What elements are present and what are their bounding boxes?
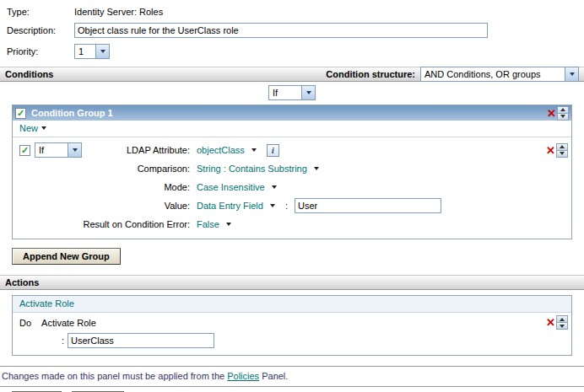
description-label: Description: <box>7 25 74 35</box>
ldap-attribute-label: LDAP Attribute: <box>97 145 197 155</box>
action-value-input[interactable] <box>68 333 214 348</box>
result-on-error-dropdown[interactable]: False <box>197 219 219 229</box>
description-input[interactable] <box>74 23 488 38</box>
mode-row: Mode: Case Insensitive <box>19 178 568 196</box>
info-icon[interactable]: i <box>267 144 279 157</box>
condition-value-input[interactable] <box>295 198 441 213</box>
value-mode-dropdown[interactable]: Data Entry Field <box>197 201 263 211</box>
delete-action-icon[interactable]: ✕ <box>546 317 555 328</box>
value-content: Data Entry Field : <box>197 198 568 213</box>
condition-reorder-spinner <box>556 143 568 158</box>
do-label: Do <box>19 318 31 328</box>
condition-rows: ✓ If LDAP Attribute: objectClass i ✕ <box>13 137 571 239</box>
policies-link[interactable]: Policies <box>227 371 259 381</box>
append-new-group-button[interactable]: Append New Group <box>12 248 121 265</box>
condition-structure-group: Condition structure: AND Conditions, OR … <box>326 67 579 82</box>
condition-if-select[interactable]: If <box>35 142 82 158</box>
condition-enable-controls: ✓ If <box>19 142 97 158</box>
action-do-row: Do Activate Role ✕ <box>13 313 571 330</box>
action-reorder-spinner <box>556 315 568 330</box>
delete-group-icon[interactable]: ✕ <box>547 108 556 119</box>
move-down-icon[interactable] <box>556 322 568 330</box>
new-condition-menu[interactable]: New <box>19 123 38 133</box>
chevron-down-icon <box>565 67 578 81</box>
type-label: Type: <box>7 7 74 17</box>
description-row: Description: <box>7 23 584 38</box>
append-group-row: Append New Group <box>12 248 584 265</box>
chevron-down-icon <box>301 86 315 99</box>
action-name: Activate Role <box>41 318 96 328</box>
chevron-down-icon <box>95 45 109 58</box>
move-down-icon[interactable] <box>557 113 569 121</box>
note-text-after: Panel. <box>259 371 288 381</box>
conditions-section-bar: Conditions Condition structure: AND Cond… <box>0 67 584 82</box>
check-icon: ✓ <box>17 109 24 118</box>
condition-structure-select[interactable]: AND Conditions, OR groups <box>420 67 579 82</box>
action-row-controls: ✕ <box>546 315 568 330</box>
chevron-down-icon <box>251 148 257 152</box>
condition-group-box: ✓ Condition Group 1 ✕ New ✓ <box>12 105 572 239</box>
priority-select[interactable]: 1 <box>74 44 110 59</box>
new-condition-row: New <box>13 121 571 137</box>
actions-group-header: Activate Role <box>13 296 571 313</box>
group-reorder-spinner <box>557 106 569 121</box>
condition-group-controls: ✕ <box>547 106 569 121</box>
result-on-error-label: Result on Condition Error: <box>19 219 197 229</box>
type-value: Identity Server: Roles <box>74 7 163 17</box>
policy-editor-page: Type: Identity Server: Roles Description… <box>0 0 584 392</box>
group-if-select[interactable]: If <box>268 85 316 100</box>
conditions-title: Conditions <box>5 69 53 79</box>
group-join-row: If <box>0 82 584 105</box>
priority-row: Priority: 1 <box>7 44 584 59</box>
activate-role-link[interactable]: Activate Role <box>19 298 74 309</box>
note-text-before: Changes made on this panel must be appli… <box>2 371 227 381</box>
result-on-error-content: False <box>197 219 568 229</box>
value-row: Value: Data Entry Field : <box>19 196 568 215</box>
ldap-attribute-dropdown[interactable]: objectClass <box>197 145 245 155</box>
chevron-down-icon <box>270 204 275 207</box>
ldap-attribute-content: objectClass i ✕ <box>197 143 568 158</box>
condition-checkbox[interactable]: ✓ <box>19 145 30 156</box>
chevron-down-icon <box>314 167 319 170</box>
condition-structure-label: Condition structure: <box>326 69 415 79</box>
chevron-down-icon <box>226 223 231 226</box>
condition-group-title: Condition Group 1 <box>31 108 542 118</box>
comparison-content: String : Contains Substring <box>197 164 568 174</box>
value-separator: : <box>285 201 288 211</box>
check-icon: ✓ <box>21 146 29 155</box>
mode-label: Mode: <box>97 182 197 192</box>
actions-box: Activate Role Do Activate Role ✕ : <box>12 295 572 356</box>
action-value-separator: : <box>62 336 64 346</box>
value-label: Value: <box>97 201 197 211</box>
chevron-down-icon <box>41 126 46 130</box>
apply-note: Changes made on this panel must be appli… <box>0 367 584 386</box>
action-value-row: : <box>13 330 571 355</box>
policy-form: Type: Identity Server: Roles Description… <box>0 0 584 67</box>
footer-buttons: OK Cancel <box>0 387 584 392</box>
priority-label: Priority: <box>7 46 74 56</box>
chevron-down-icon <box>68 143 81 157</box>
comparison-label: Comparison: <box>97 164 197 174</box>
move-down-icon[interactable] <box>556 150 568 158</box>
mode-content: Case Insensitive <box>197 182 568 192</box>
chevron-down-icon <box>272 185 277 189</box>
actions-title: Actions <box>5 277 39 287</box>
comparison-row: Comparison: String : Contains Substring <box>19 159 568 178</box>
condition-group-header: ✓ Condition Group 1 ✕ <box>13 105 571 121</box>
comparison-dropdown[interactable]: String : Contains Substring <box>197 164 307 174</box>
result-on-error-row: Result on Condition Error: False <box>19 215 568 234</box>
delete-condition-icon[interactable]: ✕ <box>546 145 555 156</box>
condition-group-checkbox[interactable]: ✓ <box>15 108 26 119</box>
actions-section-bar: Actions <box>0 275 584 290</box>
condition-row-controls: ✕ <box>546 143 568 158</box>
mode-dropdown[interactable]: Case Insensitive <box>197 182 265 192</box>
type-row: Type: Identity Server: Roles <box>7 7 584 17</box>
condition-attribute-row: ✓ If LDAP Attribute: objectClass i ✕ <box>19 141 568 159</box>
